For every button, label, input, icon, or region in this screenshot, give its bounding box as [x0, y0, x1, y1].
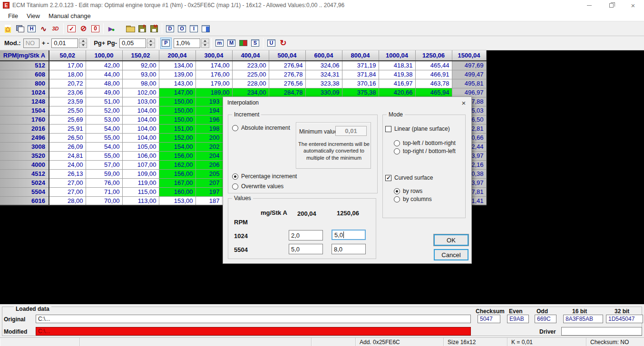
cell[interactable]: 28,00 [49, 196, 86, 205]
cell[interactable]: 466,91 [415, 70, 452, 79]
close-button[interactable]: × [622, 0, 644, 10]
cell[interactable]: 23,06 [49, 88, 86, 97]
view-max-button[interactable] [225, 37, 237, 49]
percentage-toggle-button[interactable] [160, 38, 172, 49]
cell[interactable]: 27,00 [49, 187, 86, 196]
open-folder-button[interactable] [124, 23, 136, 35]
cell[interactable]: 162,00 [159, 160, 195, 169]
dialog-title-bar[interactable]: Interpolation [223, 97, 471, 108]
cell[interactable]: 49,00 [86, 88, 122, 97]
cell[interactable]: 418,31 [379, 61, 415, 70]
cell[interactable]: 179,00 [195, 79, 232, 88]
cell[interactable]: 24,81 [49, 151, 86, 160]
cell[interactable]: 189,00 [195, 88, 232, 97]
view-min-button[interactable] [214, 37, 225, 49]
page-increment-down-button[interactable] [147, 43, 155, 48]
cell[interactable]: 106,00 [122, 151, 159, 160]
cell[interactable]: 495,81 [452, 79, 486, 88]
cell[interactable]: 496,97 [452, 88, 486, 97]
cell[interactable]: 234,00 [232, 88, 269, 97]
cell[interactable]: 324,31 [305, 70, 342, 79]
page-increment-up-button[interactable] [147, 38, 155, 44]
cell[interactable]: 284,78 [269, 88, 305, 97]
cell[interactable]: 228,00 [232, 79, 269, 88]
view-unit-button[interactable] [265, 37, 277, 49]
cell[interactable]: 102,00 [122, 88, 159, 97]
cell[interactable]: 324,06 [305, 61, 342, 70]
absolute-increment-radio[interactable]: Absolute increment [232, 125, 290, 131]
cell[interactable]: 51,00 [86, 97, 122, 106]
cell[interactable]: 70,00 [86, 196, 122, 205]
cell[interactable]: 23,59 [49, 97, 86, 106]
modify-check-button[interactable] [66, 23, 78, 35]
cell[interactable]: 104,00 [122, 115, 159, 124]
topright-bottomleft-radio[interactable]: top-right / bottom-left [394, 148, 456, 154]
cell[interactable]: 370,16 [342, 79, 379, 88]
cell[interactable]: 104,00 [122, 124, 159, 133]
menu-view[interactable]: View [22, 11, 44, 20]
view-sign-button[interactable] [249, 37, 261, 49]
cell[interactable]: 76,00 [86, 178, 122, 187]
values-row2-col2-input[interactable]: 8,0 [332, 244, 366, 254]
by-rows-radio[interactable]: by rows [394, 188, 422, 194]
cell[interactable]: 71,00 [86, 187, 122, 196]
cell[interactable]: 103,00 [122, 97, 159, 106]
cell[interactable]: 25,50 [49, 106, 86, 115]
reset-zero-button[interactable] [89, 23, 101, 35]
cell[interactable]: 143,00 [159, 79, 195, 88]
cell[interactable]: 53,00 [86, 115, 122, 124]
cell[interactable]: 26,50 [49, 133, 86, 142]
cell[interactable]: 371,84 [342, 70, 379, 79]
menu-manual-change[interactable]: Manual change [44, 11, 95, 20]
cell[interactable]: 48,00 [86, 79, 122, 88]
maps-button[interactable] [14, 23, 26, 35]
percentage-up-button[interactable] [201, 38, 209, 44]
cell[interactable]: 52,00 [86, 106, 122, 115]
cell[interactable]: 371,19 [342, 61, 379, 70]
cell[interactable]: 26,13 [49, 169, 86, 178]
apply-button[interactable] [106, 23, 117, 35]
cell[interactable]: 104,00 [122, 106, 159, 115]
refresh-button[interactable] [277, 37, 289, 49]
cell[interactable]: 20,72 [49, 79, 86, 88]
cell[interactable]: 465,94 [415, 88, 452, 97]
minimize-button[interactable] [578, 0, 600, 10]
increment-down-button[interactable] [79, 43, 87, 48]
cell[interactable]: 24,00 [49, 160, 86, 169]
cell[interactable]: 420,66 [379, 88, 415, 97]
view-d-button[interactable] [164, 23, 176, 35]
cell[interactable]: 115,00 [122, 187, 159, 196]
cell[interactable]: 499,47 [452, 70, 486, 79]
cell[interactable]: 151,00 [159, 124, 195, 133]
cell[interactable]: 92,00 [122, 61, 159, 70]
values-row1-col1-input[interactable]: 2,0 [289, 230, 323, 240]
cell[interactable]: 497,69 [452, 61, 486, 70]
cell[interactable]: 18,00 [49, 70, 86, 79]
minimum-value-field[interactable]: 0,01 [335, 126, 367, 136]
values-row2-col1-input[interactable]: 5,0 [289, 244, 323, 254]
cell[interactable]: 54,00 [86, 124, 122, 133]
view-3d-button[interactable] [49, 23, 61, 35]
save-original-button[interactable] [136, 23, 148, 35]
cell[interactable]: 465,44 [415, 61, 452, 70]
cell[interactable]: 154,00 [159, 142, 195, 151]
cell[interactable]: 54,00 [86, 142, 122, 151]
cancel-button[interactable]: Cancel [434, 249, 468, 260]
cell[interactable]: 150,00 [159, 97, 195, 106]
increment-up-button[interactable] [79, 38, 87, 44]
topleft-bottomright-radio[interactable]: top-left / bottom-right [394, 140, 456, 146]
cell[interactable]: 416,97 [379, 79, 415, 88]
cell[interactable]: 223,00 [232, 61, 269, 70]
cell[interactable]: 25,91 [49, 124, 86, 133]
cell[interactable]: 113,00 [122, 196, 159, 205]
cell[interactable]: 55,00 [86, 133, 122, 142]
cell[interactable]: 150,00 [159, 115, 195, 124]
increment-field[interactable]: 0,01 [51, 38, 78, 48]
cell[interactable]: 107,00 [122, 160, 159, 169]
cell[interactable]: 330,09 [305, 88, 342, 97]
restore-button[interactable] [600, 0, 622, 10]
cell[interactable]: 98,00 [122, 79, 159, 88]
cell[interactable]: 147,00 [159, 88, 195, 97]
view-i-button[interactable] [188, 23, 200, 35]
cell[interactable]: 276,94 [269, 61, 305, 70]
